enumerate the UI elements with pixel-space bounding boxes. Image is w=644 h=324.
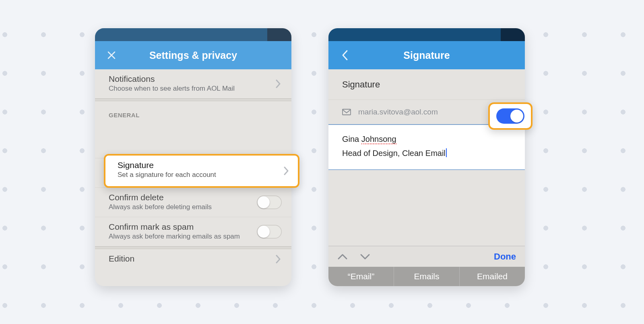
divider bbox=[328, 169, 525, 170]
back-button[interactable] bbox=[336, 41, 354, 69]
confirm-spam-row: Confirm mark as spam Always ask before m… bbox=[95, 217, 291, 246]
close-icon bbox=[107, 50, 116, 60]
edition-row[interactable]: Edition bbox=[95, 249, 291, 269]
confirm-delete-toggle[interactable] bbox=[257, 195, 282, 209]
signature-toggle[interactable] bbox=[496, 108, 524, 124]
section-general-label: GENERAL bbox=[95, 101, 291, 123]
done-button[interactable]: Done bbox=[494, 251, 516, 262]
chevron-right-icon bbox=[275, 79, 281, 88]
status-bar bbox=[95, 28, 291, 41]
notifications-row[interactable]: Notifications Choose when to see alerts … bbox=[95, 69, 291, 98]
confirm-delete-title: Confirm delete bbox=[109, 193, 251, 202]
signature-toggle-highlight bbox=[488, 102, 533, 130]
page-title: Settings & privacy bbox=[149, 50, 237, 61]
chevron-right-icon bbox=[283, 166, 289, 175]
close-button[interactable] bbox=[102, 41, 121, 69]
notifications-subtitle: Choose when to see alerts from AOL Mail bbox=[109, 85, 278, 93]
signature-line-1: Gina Johnsong bbox=[342, 132, 511, 146]
suggestion-3[interactable]: Emailed bbox=[460, 267, 525, 286]
suggestion-1[interactable]: “Email” bbox=[328, 267, 394, 286]
keyboard-nav-arrows bbox=[337, 253, 370, 260]
signature-toggle-row: Signature bbox=[328, 69, 525, 100]
confirm-spam-title: Confirm mark as spam bbox=[109, 222, 251, 232]
mail-icon bbox=[342, 109, 351, 115]
notifications-title: Notifications bbox=[109, 74, 278, 84]
keyboard-area: Done “Email” Emails Emailed bbox=[328, 246, 525, 286]
chevron-down-icon[interactable] bbox=[360, 253, 370, 260]
signature-editor[interactable]: Gina Johnsong Head of Design, Clean Emai… bbox=[328, 125, 525, 169]
nav-bar: Settings & privacy bbox=[95, 41, 291, 69]
chevron-up-icon[interactable] bbox=[337, 253, 348, 260]
account-email: maria.svitova@aol.com bbox=[358, 108, 438, 116]
chevron-left-icon bbox=[341, 50, 349, 61]
signature-line-2: Head of Design, Clean Email bbox=[342, 146, 511, 160]
divider bbox=[95, 98, 291, 101]
signature-screen: Signature Signature maria.svitova@aol.co… bbox=[328, 28, 525, 286]
keyboard-suggestions: “Email” Emails Emailed bbox=[328, 267, 525, 286]
signature-subtitle: Set a signature for each account bbox=[118, 171, 278, 179]
edition-title: Edition bbox=[109, 254, 278, 264]
chevron-right-icon bbox=[275, 255, 281, 264]
confirm-delete-row: Confirm delete Always ask before deletin… bbox=[95, 188, 291, 217]
status-bar bbox=[328, 28, 525, 41]
signature-row-placeholder bbox=[95, 123, 291, 158]
confirm-delete-subtitle: Always ask before deleting emails bbox=[109, 203, 251, 211]
confirm-spam-toggle[interactable] bbox=[257, 225, 282, 239]
confirm-spam-subtitle: Always ask before marking emails as spam bbox=[109, 233, 251, 241]
nav-bar: Signature bbox=[328, 41, 525, 69]
text-caret bbox=[446, 148, 447, 157]
signature-title: Signature bbox=[118, 160, 278, 170]
signature-row[interactable]: Signature Set a signature for each accou… bbox=[104, 154, 299, 188]
spellcheck-word: Johnsong bbox=[361, 135, 396, 144]
signature-toggle-label: Signature bbox=[342, 79, 380, 90]
keyboard-accessory-bar: Done bbox=[328, 246, 525, 267]
suggestion-2[interactable]: Emails bbox=[394, 267, 460, 286]
svg-rect-0 bbox=[343, 109, 351, 115]
divider bbox=[95, 246, 291, 249]
page-title: Signature bbox=[403, 50, 450, 61]
